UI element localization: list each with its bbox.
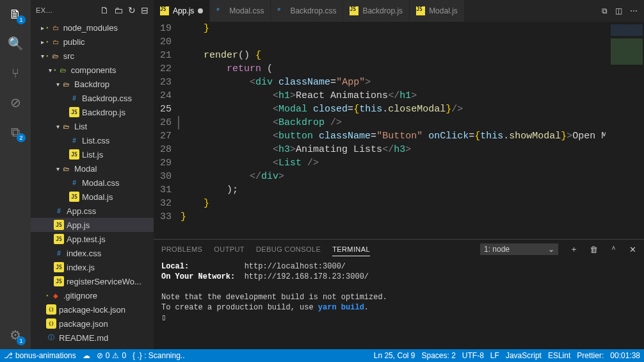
refresh-icon[interactable]: ↻ bbox=[128, 5, 136, 15]
maximize-panel-icon[interactable]: ＾ bbox=[609, 243, 618, 255]
status-problems[interactable]: ⊘ 0 ⚠ 0 bbox=[97, 351, 126, 360]
status-lncol[interactable]: Ln 25, Col 9 bbox=[374, 351, 415, 360]
tree-item[interactable]: JSApp.js bbox=[31, 218, 154, 232]
tree-item[interactable]: ▾🗁Backdrop bbox=[31, 77, 154, 91]
tree-item[interactable]: ▸●🗀node_modules bbox=[31, 21, 154, 35]
minimap[interactable] bbox=[606, 22, 644, 239]
tree-item[interactable]: JSregisterServiceWo... bbox=[31, 274, 154, 288]
close-panel-icon[interactable]: ✕ bbox=[629, 245, 636, 254]
tree-item[interactable]: ◉yarn.lock bbox=[31, 345, 154, 349]
compare-icon[interactable]: ⧉ bbox=[602, 6, 608, 15]
status-scanning[interactable]: { .} : Scanning.. bbox=[133, 351, 184, 360]
editor-area: JSApp.js#Modal.css#Backdrop.cssJSBackdro… bbox=[154, 0, 644, 349]
status-language[interactable]: JavaScript bbox=[506, 351, 542, 360]
css-icon: # bbox=[69, 177, 79, 188]
code-line[interactable]: <h1>React Animations</h1> bbox=[181, 89, 606, 103]
tree-item[interactable]: ▾●🗁src bbox=[31, 49, 154, 63]
css-icon: # bbox=[69, 135, 79, 145]
git-icon: ◆ bbox=[51, 290, 61, 300]
tree-item-label: Backdrop.js bbox=[82, 108, 125, 117]
tree-item-label: Modal.js bbox=[82, 192, 113, 202]
panel-tab-output[interactable]: OUTPUT bbox=[214, 243, 245, 256]
tree-item[interactable]: ▸●🗀public bbox=[31, 35, 154, 49]
tree-item[interactable]: ▾🗁Modal bbox=[31, 161, 154, 176]
status-eslint[interactable]: ESLint bbox=[548, 351, 570, 360]
code-content[interactable]: } render() { return ( <div className="Ap… bbox=[181, 22, 606, 239]
tree-item[interactable]: #Backdrop.css bbox=[31, 91, 154, 105]
code-line[interactable]: } bbox=[181, 197, 606, 210]
code-line[interactable]: </div> bbox=[181, 170, 606, 183]
editor-tabs: JSApp.js#Modal.css#Backdrop.cssJSBackdro… bbox=[154, 0, 595, 22]
tree-item[interactable]: JSList.js bbox=[31, 147, 154, 161]
new-file-icon[interactable]: 🗋 bbox=[100, 5, 109, 15]
editor-tab[interactable]: JSModal.js bbox=[410, 0, 465, 22]
code-line[interactable]: render() { bbox=[181, 49, 606, 62]
tree-item-label: Modal.css bbox=[82, 178, 120, 188]
term-note-2c: . bbox=[364, 303, 369, 312]
status-branch[interactable]: ⎇ bonus-animations bbox=[4, 351, 76, 360]
tree-item[interactable]: JSindex.js bbox=[31, 260, 154, 274]
file-tree[interactable]: ▸●🗀node_modules▸●🗀public▾●🗁src▾●🗁compone… bbox=[31, 21, 154, 349]
tree-item[interactable]: ●◆.gitignore bbox=[31, 288, 154, 302]
code-editor[interactable]: 192021222324252627282930313233 } render(… bbox=[154, 22, 606, 239]
tree-item[interactable]: ▾●🗁components bbox=[31, 63, 154, 77]
status-spaces[interactable]: Spaces: 2 bbox=[421, 351, 455, 360]
settings-gear-icon[interactable]: ⚙1 bbox=[6, 326, 24, 344]
split-editor-icon[interactable]: ◫ bbox=[615, 6, 622, 15]
status-encoding[interactable]: UTF-8 bbox=[462, 351, 484, 360]
tree-item[interactable]: #List.css bbox=[31, 133, 154, 147]
extensions-icon[interactable]: ⧉2 bbox=[6, 123, 24, 141]
tree-item-label: List.css bbox=[82, 136, 109, 145]
code-line[interactable]: } bbox=[181, 22, 606, 35]
source-control-icon[interactable]: ⑂ bbox=[6, 64, 24, 82]
new-folder-icon[interactable]: 🗀 bbox=[114, 5, 123, 15]
panel-tab-debug-console[interactable]: DEBUG CONSOLE bbox=[256, 243, 321, 256]
status-prettier[interactable]: Prettier: bbox=[577, 351, 604, 360]
tree-item-label: Modal bbox=[74, 164, 97, 174]
search-icon[interactable]: 🔍 bbox=[6, 35, 24, 53]
tree-item[interactable]: ⓘREADME.md bbox=[31, 331, 154, 345]
code-line[interactable]: } bbox=[181, 210, 606, 224]
tree-item[interactable]: ▾🗁List bbox=[31, 119, 154, 133]
css-icon: # bbox=[69, 93, 79, 103]
code-line[interactable]: <h3>Animating Lists</h3> bbox=[181, 143, 606, 156]
tree-item-label: .gitignore bbox=[63, 291, 97, 300]
new-terminal-icon[interactable]: ＋ bbox=[570, 243, 578, 255]
panel-tab-terminal[interactable]: TERMINAL bbox=[332, 243, 370, 256]
editor-tab[interactable]: JSApp.js bbox=[154, 0, 210, 22]
tree-item[interactable]: #index.css bbox=[31, 246, 154, 260]
code-line[interactable]: <Modal closed={this.closeModal}/> bbox=[181, 103, 606, 116]
editor-tab[interactable]: #Modal.css bbox=[210, 0, 271, 22]
status-eol[interactable]: LF bbox=[490, 351, 499, 360]
collapse-all-icon[interactable]: ⊟ bbox=[141, 5, 149, 15]
code-line[interactable]: <List /> bbox=[181, 156, 606, 170]
editor-tab[interactable]: JSBackdrop.js bbox=[343, 0, 410, 22]
explorer-icon[interactable]: 🗎1 bbox=[6, 5, 24, 23]
sidebar-title: EX... bbox=[36, 6, 95, 14]
more-actions-icon[interactable]: ⋯ bbox=[630, 6, 638, 15]
term-note-2a: To create a production build, use bbox=[161, 303, 318, 312]
code-line[interactable]: <button className="Button" onClick={this… bbox=[181, 129, 606, 143]
code-line[interactable]: ); bbox=[181, 183, 606, 197]
editor-tab[interactable]: #Backdrop.css bbox=[271, 0, 343, 22]
code-line[interactable] bbox=[181, 35, 606, 49]
tab-actions: ⧉ ◫ ⋯ bbox=[595, 6, 644, 15]
code-line[interactable]: <div className="App"> bbox=[181, 76, 606, 89]
code-line[interactable]: <Backdrop /> bbox=[181, 116, 606, 129]
tree-item[interactable]: JSApp.test.js bbox=[31, 232, 154, 246]
tree-item[interactable]: {}package-lock.json bbox=[31, 302, 154, 317]
status-sync[interactable]: ☁ bbox=[83, 351, 90, 360]
kill-terminal-icon[interactable]: 🗑 bbox=[590, 245, 598, 254]
tree-item[interactable]: {}package.json bbox=[31, 317, 154, 331]
panel-tab-problems[interactable]: PROBLEMS bbox=[161, 243, 202, 256]
terminal-selector[interactable]: 1: node⌄ bbox=[480, 243, 558, 255]
tree-item[interactable]: #App.css bbox=[31, 204, 154, 218]
debug-icon[interactable]: ⊘ bbox=[6, 94, 24, 111]
tree-item[interactable]: JSBackdrop.js bbox=[31, 105, 154, 119]
tree-item[interactable]: #Modal.css bbox=[31, 176, 154, 190]
code-line[interactable]: return ( bbox=[181, 62, 606, 76]
status-bar: ⎇ bonus-animations ☁ ⊘ 0 ⚠ 0 { .} : Scan… bbox=[0, 349, 644, 362]
tree-item[interactable]: JSModal.js bbox=[31, 190, 154, 204]
css-icon: # bbox=[54, 206, 64, 216]
terminal-body[interactable]: Local: http://localhost:3000/ On Your Ne… bbox=[154, 259, 644, 349]
